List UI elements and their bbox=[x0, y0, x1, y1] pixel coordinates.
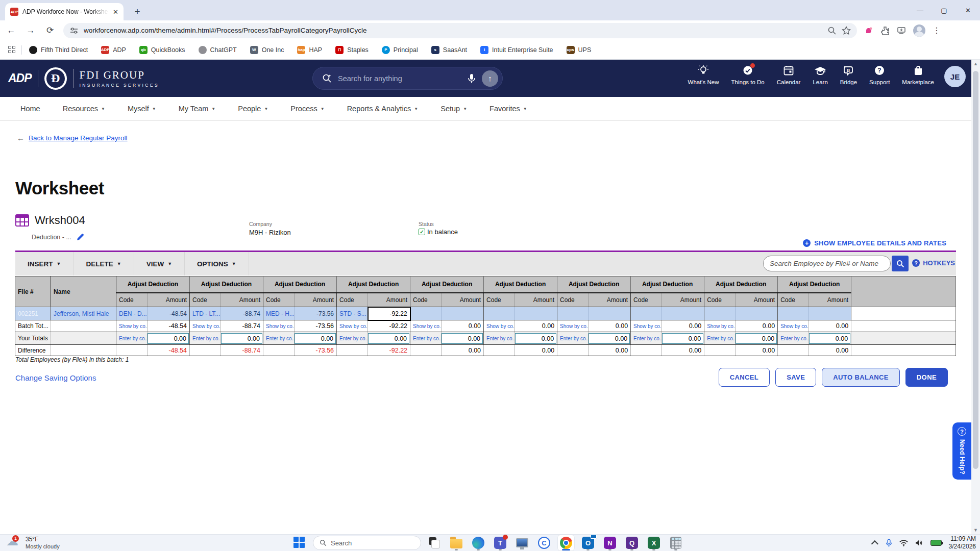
scroll-up-icon[interactable]: ▲ bbox=[971, 60, 980, 68]
deduction-code-cell[interactable]: STD - S... bbox=[337, 307, 368, 320]
show-by-code-link[interactable]: Show by co... bbox=[410, 320, 442, 332]
nav-item-process[interactable]: Process▼ bbox=[290, 105, 324, 113]
header-action-calendar[interactable]: Calendar bbox=[777, 65, 801, 85]
nav-item-home[interactable]: Home bbox=[20, 105, 40, 113]
calculator-icon[interactable] bbox=[667, 535, 684, 551]
nav-item-reports-analytics[interactable]: Reports & Analytics▼ bbox=[347, 105, 419, 113]
your-total-input[interactable]: 0.00 bbox=[148, 333, 189, 344]
chrome-icon[interactable] bbox=[557, 535, 575, 551]
deduction-amount-cell[interactable] bbox=[515, 307, 557, 320]
deduction-amount-cell[interactable]: -48.54 bbox=[148, 307, 190, 320]
taskbar-clock[interactable]: 11:09 AM 3/24/2026 bbox=[949, 535, 976, 550]
nav-item-myself[interactable]: Myself▼ bbox=[128, 105, 156, 113]
zoom-icon[interactable] bbox=[827, 26, 837, 35]
scrollbar-thumb[interactable] bbox=[973, 71, 978, 469]
close-button[interactable]: ✕ bbox=[956, 0, 980, 20]
bookmark-star-icon[interactable] bbox=[842, 26, 851, 35]
your-total-input[interactable]: 0.00 bbox=[662, 333, 703, 344]
deduction-code-cell[interactable] bbox=[484, 307, 515, 320]
start-button[interactable] bbox=[291, 535, 308, 551]
scroll-down-icon[interactable]: ▼ bbox=[971, 526, 980, 534]
your-total-input[interactable]: 0.00 bbox=[442, 333, 483, 344]
maximize-button[interactable]: ▢ bbox=[932, 0, 956, 20]
your-total-input[interactable]: 0.00 bbox=[589, 333, 630, 344]
taskbar-weather[interactable]: 1 35°F Mostly cloudy bbox=[6, 536, 60, 549]
header-action-marketplace[interactable]: Marketplace bbox=[902, 65, 934, 85]
show-by-code-link[interactable]: Show by co... bbox=[704, 320, 736, 332]
search-submit-button[interactable]: ↑ bbox=[482, 70, 498, 87]
hotkeys-button[interactable]: ? HOTKEYS bbox=[912, 259, 955, 267]
toolbar-menu-options[interactable]: OPTIONS▼ bbox=[185, 252, 249, 276]
bookmark-item[interactable]: ⊓Staples bbox=[335, 46, 369, 54]
speaker-icon[interactable] bbox=[915, 539, 923, 546]
browser-tab[interactable]: ADP ADP Workforce Now - Workshe ✕ bbox=[5, 3, 124, 20]
employee-name[interactable]: Jefferson, Misti Hale bbox=[51, 307, 116, 320]
tab-close-icon[interactable]: ✕ bbox=[113, 8, 118, 16]
deduction-amount-cell[interactable] bbox=[809, 307, 851, 320]
bookmark-item[interactable]: WOne Inc bbox=[250, 46, 284, 54]
pink-extension-icon[interactable] bbox=[864, 26, 873, 35]
battery-icon[interactable] bbox=[930, 540, 942, 546]
nav-item-favorites[interactable]: Favorites▼ bbox=[489, 105, 527, 113]
outlook-icon[interactable]: O bbox=[579, 535, 597, 551]
address-bar[interactable]: workforcenow.adp.com/theme/admin.html#/P… bbox=[63, 23, 857, 38]
deduction-amount-cell[interactable] bbox=[589, 307, 631, 320]
enter-by-code-link[interactable]: Enter by co... bbox=[484, 332, 515, 345]
need-help-button[interactable]: ? Need Help? bbox=[952, 422, 971, 480]
show-by-code-link[interactable]: Show by co... bbox=[557, 320, 589, 332]
bookmark-item[interactable]: PPrincipal bbox=[382, 46, 418, 54]
deduction-amount-cell[interactable] bbox=[662, 307, 704, 320]
deduction-amount-cell[interactable]: -88.74 bbox=[221, 307, 263, 320]
deduction-code-cell[interactable] bbox=[704, 307, 736, 320]
enter-by-code-link[interactable]: Enter by co... bbox=[410, 332, 442, 345]
employee-file-number[interactable]: 002251 bbox=[15, 307, 51, 320]
deduction-code-cell[interactable]: DEN - D... bbox=[116, 307, 148, 320]
task-view-icon[interactable] bbox=[426, 535, 443, 551]
tray-expand-icon[interactable] bbox=[871, 540, 878, 547]
deduction-code-cell[interactable] bbox=[778, 307, 809, 320]
bookmark-item[interactable]: ADPADP bbox=[101, 46, 126, 54]
deduction-amount-cell[interactable] bbox=[736, 307, 778, 320]
edge-icon[interactable] bbox=[470, 535, 487, 551]
extensions-puzzle-icon[interactable] bbox=[880, 26, 890, 35]
header-action-bridge[interactable]: BBridge bbox=[840, 65, 857, 85]
deduction-amount-cell[interactable]: -73.56 bbox=[295, 307, 337, 320]
site-info-icon[interactable] bbox=[69, 26, 79, 35]
employee-search-button[interactable] bbox=[892, 256, 909, 271]
deduction-code-cell[interactable] bbox=[410, 307, 442, 320]
teams-icon[interactable]: T bbox=[492, 535, 509, 551]
toolbar-menu-delete[interactable]: DELETE▼ bbox=[74, 252, 134, 276]
taskbar-search[interactable]: Search bbox=[313, 536, 421, 550]
microphone-icon[interactable] bbox=[886, 539, 892, 547]
apps-grid-icon[interactable] bbox=[8, 46, 16, 54]
deduction-code-cell[interactable]: LTD - LT... bbox=[190, 307, 221, 320]
enter-by-code-link[interactable]: Enter by co... bbox=[190, 332, 221, 345]
browser-profile-avatar[interactable] bbox=[913, 24, 925, 37]
header-action-whats-new[interactable]: What's New bbox=[688, 65, 719, 85]
show-by-code-link[interactable]: Show by co... bbox=[337, 320, 368, 332]
your-total-input[interactable]: 0.00 bbox=[368, 333, 409, 344]
enter-by-code-link[interactable]: Enter by co... bbox=[778, 332, 809, 345]
minimize-button[interactable]: — bbox=[908, 0, 932, 20]
toolbar-menu-insert[interactable]: INSERT▼ bbox=[15, 252, 74, 276]
new-tab-button[interactable]: + bbox=[131, 5, 144, 18]
enter-by-code-link[interactable]: Enter by co... bbox=[704, 332, 736, 345]
enter-by-code-link[interactable]: Enter by co... bbox=[116, 332, 148, 345]
bookmark-item[interactable]: hapHAP bbox=[297, 46, 322, 54]
browser-menu-icon[interactable]: ⋮ bbox=[933, 26, 941, 35]
edit-pencil-icon[interactable] bbox=[77, 233, 84, 241]
show-by-code-link[interactable]: Show by co... bbox=[631, 320, 662, 332]
bookmark-item[interactable]: upsUPS bbox=[567, 46, 592, 54]
save-button[interactable]: SAVE bbox=[775, 368, 816, 387]
toolbar-menu-view[interactable]: VIEW▼ bbox=[134, 252, 185, 276]
enter-by-code-link[interactable]: Enter by co... bbox=[263, 332, 295, 345]
your-total-input[interactable]: 0.00 bbox=[736, 333, 777, 344]
page-scrollbar[interactable]: ▲ ▼ bbox=[971, 60, 980, 534]
back-link-text[interactable]: Back to Manage Regular Payroll bbox=[29, 134, 128, 142]
enter-by-code-link[interactable]: Enter by co... bbox=[557, 332, 589, 345]
bookmark-item[interactable]: Fifth Third Direct bbox=[29, 46, 88, 54]
your-total-input[interactable]: 0.00 bbox=[295, 333, 336, 344]
back-link[interactable]: ← Back to Manage Regular Payroll bbox=[17, 134, 128, 142]
deduction-amount-cell-selected[interactable]: -92.22 bbox=[368, 307, 410, 320]
deduction-amount-cell[interactable] bbox=[442, 307, 484, 320]
